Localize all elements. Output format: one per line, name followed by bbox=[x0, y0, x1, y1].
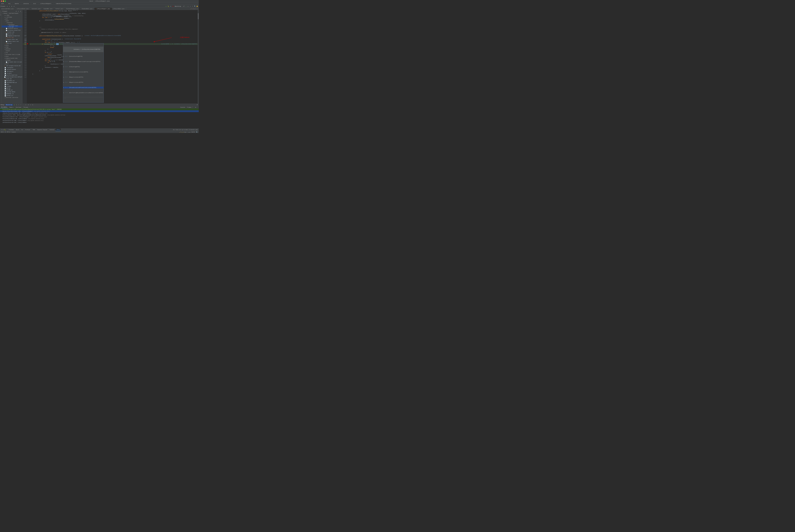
bottom-tab-sequence[interactable]: Sequence Diagram bbox=[36, 129, 49, 131]
expand-icon[interactable]: ⊞ bbox=[11, 5, 13, 7]
status-search-btn[interactable]: 🔍 bbox=[196, 131, 198, 133]
bottom-tab-git[interactable]: Git bbox=[20, 129, 24, 131]
tab-standardcontext[interactable]: StandardContext.java × bbox=[65, 8, 81, 10]
debug-popup-item-0[interactable]: ▶ 0 = {ContextConfig@2749} bbox=[63, 56, 104, 57]
debug-popup-item-4[interactable]: ▶ 4 = {MapperListener@2753} bbox=[63, 76, 104, 78]
window-controls[interactable] bbox=[1, 0, 6, 2]
debug-layout-btn[interactable]: ⊞ bbox=[195, 106, 197, 108]
left-icon-3[interactable]: ◧ bbox=[0, 14, 1, 16]
sidebar-item-gitignore[interactable]: 📄 .gitignore bbox=[2, 71, 22, 72]
sidebar-item-build-props[interactable]: 📄 build.properties bbox=[2, 74, 22, 76]
sidebar-item-servelet-bak[interactable]: ▶ servelet-test-1.0_bak bbox=[2, 54, 22, 56]
debug-step-into-btn[interactable]: ⬇ bbox=[18, 104, 20, 106]
debug-thread-row[interactable]: ✓ "ContainerBackgroundProcessor[Standard… bbox=[0, 109, 199, 110]
close-button[interactable] bbox=[1, 0, 2, 2]
debug-tab-overhead[interactable]: Overhead bbox=[15, 106, 22, 108]
debug-run-cursor-btn[interactable]: → bbox=[22, 104, 24, 106]
bottom-tab-todo[interactable]: TODO bbox=[32, 129, 36, 131]
debug-evaluate-btn[interactable]: ≡ bbox=[25, 104, 27, 106]
tab-classloaderbase[interactable]: classLoaderBase.java × bbox=[0, 8, 16, 10]
debug-popup-item-6[interactable]: ▶ 6 = {ThreadLocalLeakPreventionListener… bbox=[63, 87, 104, 89]
bottom-tab-build[interactable]: Build bbox=[15, 129, 20, 131]
git-refresh-icon[interactable]: ↺ bbox=[187, 5, 189, 7]
tab-close-constants[interactable]: × bbox=[41, 8, 41, 10]
debug-button[interactable]: 🐛 bbox=[168, 5, 169, 7]
debug-popup[interactable]: listeners = {LifecycleListener[8]@2739} … bbox=[63, 43, 104, 103]
menu-catalina[interactable]: catalina bbox=[23, 3, 29, 4]
debug-frame-0[interactable]: → removeLifecycleListener:132, Lifecycle… bbox=[0, 110, 199, 112]
debug-bootstrap-label[interactable]: Bootstrap bbox=[5, 104, 13, 106]
debug-frame-4[interactable]: fireLifecycleEvent:95, LifecycleBase (or… bbox=[0, 118, 199, 120]
debug-step-over-btn[interactable]: ⤵ bbox=[16, 104, 18, 106]
bottom-tab-terminal[interactable]: Terminal bbox=[49, 129, 56, 131]
sidebar-sort[interactable]: ≡ bbox=[17, 10, 19, 12]
settings-icon[interactable]: ⚙ bbox=[6, 5, 8, 7]
sidebar-item-catalina[interactable]: ▾ Catalina bbox=[2, 22, 22, 24]
scrollbar-thumb[interactable] bbox=[198, 13, 199, 19]
sidebar-item-test[interactable]: ▶ test bbox=[2, 56, 22, 57]
tab-close-standardcontext[interactable]: × bbox=[79, 8, 80, 10]
sidebar-item-settings[interactable]: ▶ .settings bbox=[2, 16, 22, 18]
debug-tab-variables[interactable]: Variables bbox=[0, 106, 8, 108]
sidebar-item-bin[interactable]: ▶ bin bbox=[2, 18, 22, 20]
sidebar-gear[interactable]: ⚙ bbox=[20, 10, 22, 12]
sidebar-item-gitattributes[interactable]: 📄 .gitattributes bbox=[2, 69, 22, 71]
git-icon[interactable]: ⎇ bbox=[183, 5, 185, 7]
code-editor[interactable]: public void fireLifecycleEvent(String ty… bbox=[29, 10, 198, 103]
sidebar-item-context-xml[interactable]: ⊞ context.xml bbox=[2, 31, 22, 33]
left-icon-2[interactable]: ⊞ bbox=[0, 12, 1, 14]
sidebar-item-external-libs[interactable]: ▶ External Libraries bbox=[2, 97, 22, 98]
sort-icon[interactable]: ≡ bbox=[8, 5, 11, 7]
tab-close-context[interactable]: × bbox=[63, 8, 64, 10]
tab-standardhost[interactable]: StandardHost.java × bbox=[81, 8, 94, 10]
sidebar-item-ant[interactable]: ⊞ .ant-targets-build.xml bbox=[2, 65, 22, 67]
left-icon-1[interactable]: ◈ bbox=[0, 11, 1, 12]
menu-util[interactable]: util bbox=[33, 3, 36, 4]
debug-tab-memory[interactable]: Memory bbox=[8, 106, 15, 108]
sidebar-item-classpath[interactable]: 📄 .classpath bbox=[2, 67, 22, 69]
debug-frame-5[interactable]: setStateInternal:390, LifecycleBase (org… bbox=[0, 120, 199, 121]
sidebar-item-readme[interactable]: 📄 README.md bbox=[2, 89, 22, 91]
bottom-tab-profiler[interactable]: Profiler bbox=[24, 129, 32, 131]
sidebar-item-release-notes[interactable]: 📄 RELEASE-NOTES bbox=[2, 91, 22, 93]
menu-apache[interactable]: apache bbox=[14, 3, 19, 4]
sidebar-item-web-xml[interactable]: ⊞ web.xml bbox=[2, 42, 22, 44]
debug-tab-threads[interactable]: Threads bbox=[22, 106, 29, 108]
tab-close-classloaderbase[interactable]: × bbox=[14, 8, 15, 10]
sidebar-item-servelet-war[interactable]: 📄 servelet-test-1.0.war bbox=[2, 61, 22, 63]
debug-frame-6[interactable]: setStateInternal:333, LifecycleBase bbox=[0, 121, 199, 124]
debug-tab-frames[interactable]: Frames bbox=[186, 106, 192, 108]
sidebar-item-hello[interactable]: 📄 hello.txt bbox=[2, 33, 22, 35]
sidebar-item-res[interactable]: ▶ res bbox=[2, 52, 22, 54]
tab-close-lifecyclestate[interactable]: × bbox=[29, 8, 30, 10]
gear-icon[interactable]: ⚙ bbox=[13, 5, 15, 7]
sidebar-item-status[interactable]: 📄 STATUS.txt bbox=[2, 95, 22, 97]
debug-tab-console[interactable]: Console bbox=[179, 106, 186, 108]
search-icon[interactable]: 🔍 bbox=[194, 5, 196, 7]
sidebar-item-tomcat-users-xml[interactable]: ⊞ tomcat-users.xml bbox=[2, 39, 22, 40]
debug-resume-btn[interactable]: ▶ bbox=[14, 104, 16, 106]
debug-frame-2[interactable]: lifecycleEvent:2252, HostConfig$Expanded… bbox=[0, 114, 199, 116]
tab-expandwar[interactable]: ExpandWar.java × bbox=[43, 8, 54, 10]
sidebar-item-contributing[interactable]: 📄 CONTRIBUTING.md bbox=[2, 82, 22, 83]
coverage-button[interactable]: ⊛ bbox=[170, 5, 172, 7]
sidebar-item-build-xml[interactable]: ⊞ build.xml bbox=[2, 78, 22, 80]
breakpoint-132[interactable] bbox=[27, 43, 28, 45]
sidebar-item-tomcat-build-libs[interactable]: ▶ tomcat-build-libs bbox=[2, 57, 22, 59]
tab-close-lifecyclesupport[interactable]: × bbox=[110, 8, 111, 10]
minimize-button[interactable] bbox=[3, 0, 4, 2]
debug-frame-3[interactable]: fireLifecycleEvent:117, LifecycleSupport… bbox=[0, 116, 199, 118]
sidebar-item-catalina-props[interactable]: 📄 catalina.properties bbox=[2, 29, 22, 31]
debug-popup-item-2[interactable]: ▶ 2 = {TldConfig@2752} bbox=[63, 66, 104, 68]
sidebar-item-servelet-xml[interactable]: ⊞ servelet-test-1.0.xml bbox=[2, 25, 22, 27]
sidebar-item-idea[interactable]: ▶ .idea bbox=[2, 14, 22, 16]
sidebar-item-webapps[interactable]: ▾ webapps bbox=[2, 59, 22, 61]
tab-lifecyclestate[interactable]: LifecycleState.java × bbox=[16, 8, 31, 10]
debug-mute-btn[interactable]: ⊘ bbox=[27, 104, 30, 106]
tab-lifecyclebase[interactable]: LifecycleBase.java × bbox=[112, 8, 126, 10]
sidebar-item-conf[interactable]: ▾ conf bbox=[2, 20, 22, 22]
sidebar-item-java[interactable]: ▶ java bbox=[2, 44, 22, 46]
sidebar-item-tomcat-users-xsd[interactable]: 📄 tomcat-users.xsd bbox=[2, 40, 22, 42]
sidebar-item-modules[interactable]: ▶ modules bbox=[2, 48, 22, 50]
sidebar-item-work[interactable]: ▶ work bbox=[2, 63, 22, 65]
